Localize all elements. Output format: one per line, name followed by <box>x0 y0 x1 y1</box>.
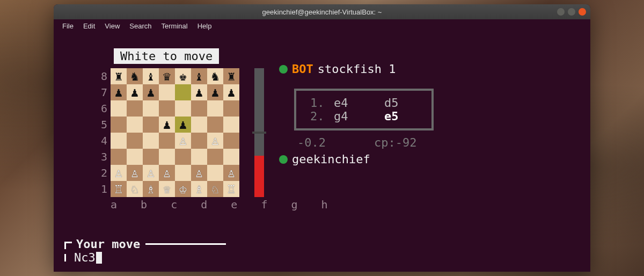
square[interactable] <box>175 84 191 100</box>
square[interactable]: ♙ <box>223 165 239 181</box>
square[interactable]: ♝ <box>143 68 159 84</box>
piece-icon[interactable]: ♔ <box>179 183 187 195</box>
window-titlebar[interactable]: geekinchief@geekinchief-VirtualBox: ~ <box>54 4 590 19</box>
piece-icon[interactable]: ♟ <box>147 86 155 99</box>
square[interactable]: ♟ <box>111 84 127 100</box>
square[interactable] <box>207 117 223 133</box>
square[interactable]: ♕ <box>159 181 175 197</box>
piece-icon[interactable]: ♞ <box>211 70 219 83</box>
move-input[interactable]: Nc3 <box>74 251 96 264</box>
piece-icon[interactable]: ♟ <box>228 86 235 99</box>
square[interactable]: ♟ <box>175 117 191 133</box>
piece-icon[interactable]: ♟ <box>131 86 138 99</box>
square[interactable] <box>111 100 127 117</box>
square[interactable] <box>207 149 223 165</box>
square[interactable]: ♟ <box>127 84 143 100</box>
move-black[interactable]: e5 <box>384 110 416 123</box>
square[interactable] <box>143 117 159 133</box>
square[interactable]: ♙ <box>191 165 207 181</box>
square[interactable] <box>207 100 223 117</box>
square[interactable] <box>143 149 159 165</box>
square[interactable] <box>111 117 127 133</box>
square[interactable] <box>175 165 191 181</box>
square[interactable] <box>175 149 191 165</box>
piece-icon[interactable]: ♞ <box>131 70 138 83</box>
square[interactable]: ♟ <box>159 117 175 133</box>
square[interactable]: ♙ <box>207 133 223 149</box>
square[interactable]: ♙ <box>143 165 159 181</box>
square[interactable]: ♟ <box>143 84 159 100</box>
square[interactable]: ♟ <box>223 84 239 100</box>
square[interactable]: ♙ <box>111 165 127 181</box>
piece-icon[interactable]: ♙ <box>147 166 155 179</box>
square[interactable] <box>207 165 223 181</box>
square[interactable] <box>127 100 143 117</box>
menu-search[interactable]: Search <box>125 21 156 31</box>
square[interactable] <box>223 100 239 117</box>
terminal-body[interactable]: White to move 87654321 ♜♞♝♛♚♝♞♜♟♟♟♟♟♟♟♟♙… <box>54 32 590 272</box>
square[interactable] <box>191 100 207 117</box>
piece-icon[interactable]: ♘ <box>211 183 219 195</box>
piece-icon[interactable]: ♛ <box>163 70 171 83</box>
move-white[interactable]: g4 <box>334 110 377 123</box>
piece-icon[interactable]: ♖ <box>228 183 235 195</box>
square[interactable] <box>191 117 207 133</box>
piece-icon[interactable]: ♙ <box>163 166 171 179</box>
square[interactable]: ♘ <box>207 181 223 197</box>
piece-icon[interactable]: ♖ <box>115 183 122 195</box>
square[interactable] <box>111 133 127 149</box>
piece-icon[interactable]: ♙ <box>179 134 187 147</box>
square[interactable] <box>191 149 207 165</box>
piece-icon[interactable]: ♝ <box>195 70 203 83</box>
menu-edit[interactable]: Edit <box>79 21 99 31</box>
minimize-button[interactable] <box>557 8 565 16</box>
square[interactable] <box>143 100 159 117</box>
piece-icon[interactable]: ♗ <box>147 183 155 195</box>
menu-help[interactable]: Help <box>193 21 216 31</box>
piece-icon[interactable]: ♟ <box>179 118 187 131</box>
square[interactable] <box>223 117 239 133</box>
square[interactable]: ♙ <box>175 133 191 149</box>
piece-icon[interactable]: ♙ <box>131 166 138 179</box>
move-white[interactable]: e4 <box>334 96 377 110</box>
piece-icon[interactable]: ♟ <box>163 118 171 131</box>
menu-view[interactable]: View <box>100 21 124 31</box>
square[interactable]: ♛ <box>159 68 175 84</box>
square[interactable] <box>159 133 175 149</box>
square[interactable] <box>191 133 207 149</box>
square[interactable] <box>159 149 175 165</box>
square[interactable]: ♟ <box>191 84 207 100</box>
square[interactable]: ♜ <box>111 68 127 84</box>
square[interactable]: ♖ <box>111 181 127 197</box>
move-black[interactable]: d5 <box>384 96 416 110</box>
square[interactable]: ♟ <box>207 84 223 100</box>
square[interactable] <box>223 133 239 149</box>
square[interactable] <box>159 100 175 117</box>
piece-icon[interactable]: ♟ <box>115 86 122 99</box>
menu-terminal[interactable]: Terminal <box>157 21 192 31</box>
piece-icon[interactable]: ♗ <box>195 183 203 195</box>
piece-icon[interactable]: ♙ <box>228 166 235 179</box>
maximize-button[interactable] <box>568 8 575 16</box>
piece-icon[interactable]: ♙ <box>115 166 122 179</box>
square[interactable]: ♖ <box>223 181 239 197</box>
square[interactable]: ♜ <box>223 68 239 84</box>
square[interactable]: ♚ <box>175 68 191 84</box>
square[interactable]: ♘ <box>127 181 143 197</box>
square[interactable] <box>223 149 239 165</box>
chess-board[interactable]: ♜♞♝♛♚♝♞♜♟♟♟♟♟♟♟♟♙♙♙♙♙♙♙♙♖♘♗♕♔♗♘♖ <box>111 68 239 197</box>
square[interactable] <box>111 149 127 165</box>
piece-icon[interactable]: ♝ <box>147 70 155 83</box>
square[interactable]: ♔ <box>175 181 191 197</box>
piece-icon[interactable]: ♜ <box>228 70 235 83</box>
piece-icon[interactable]: ♟ <box>195 86 203 99</box>
square[interactable]: ♞ <box>207 68 223 84</box>
piece-icon[interactable]: ♜ <box>115 70 122 83</box>
piece-icon[interactable]: ♕ <box>163 183 171 195</box>
piece-icon[interactable]: ♘ <box>131 183 138 195</box>
piece-icon[interactable]: ♚ <box>179 70 187 83</box>
square[interactable]: ♞ <box>127 68 143 84</box>
square[interactable] <box>127 133 143 149</box>
piece-icon[interactable]: ♟ <box>211 86 219 99</box>
square[interactable]: ♙ <box>159 165 175 181</box>
